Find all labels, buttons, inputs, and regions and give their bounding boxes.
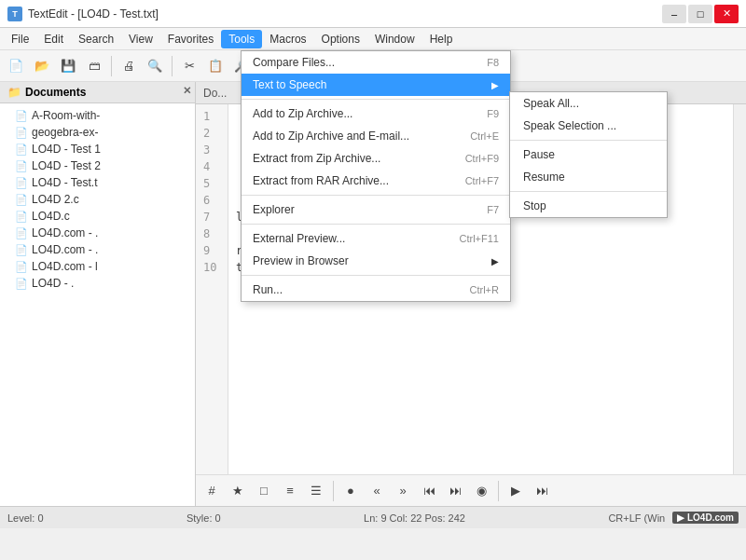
tools-sep-1 <box>242 99 510 100</box>
file-icon: 📄 <box>15 110 28 122</box>
list-item[interactable]: 📄 LO4D 2.c <box>0 191 195 208</box>
cut-button[interactable]: ✂ <box>177 54 201 78</box>
left-chevron-button[interactable]: « <box>365 479 389 503</box>
menu-add-zip-email[interactable]: Add to Zip Archive and E-mail... Ctrl+E <box>242 125 510 147</box>
add-zip-label: Add to Zip Archive... <box>253 107 352 120</box>
menu-explorer[interactable]: Explorer F7 <box>242 198 510 221</box>
tools-sep-4 <box>242 275 510 276</box>
menu-extract-zip[interactable]: Extract from Zip Archive... Ctrl+F9 <box>242 147 510 170</box>
file-name: LO4D 2.c <box>32 193 79 206</box>
menu-macros[interactable]: Macros <box>262 30 313 48</box>
sidebar-close-button[interactable]: ✕ <box>183 85 191 97</box>
tts-speak-all[interactable]: Speak All... <box>510 92 667 115</box>
extract-zip-shortcut: Ctrl+F9 <box>465 153 499 164</box>
list-item[interactable]: 📄 LO4D.com - . <box>0 241 195 258</box>
status-style: Style: 0 <box>186 512 221 524</box>
tab-label: Do... <box>203 87 227 100</box>
file-name: LO4D.com - . <box>32 243 98 256</box>
square-button[interactable]: □ <box>252 479 276 503</box>
scrollbar-right[interactable] <box>733 104 746 474</box>
copy-button[interactable]: 📋 <box>203 54 228 78</box>
right-chevron-button[interactable]: » <box>391 479 415 503</box>
menu-favorites[interactable]: Favorites <box>160 30 221 48</box>
close-button[interactable]: ✕ <box>714 5 739 23</box>
skip-end-button[interactable]: ⏭ <box>530 479 554 503</box>
file-name: LO4D.com - l <box>32 260 98 273</box>
menu-edit[interactable]: Edit <box>36 30 71 48</box>
file-icon: 📄 <box>15 127 28 139</box>
print-preview-button[interactable]: 🔍 <box>143 54 167 78</box>
line-numbers: 12345 678910 <box>196 104 228 474</box>
list-item[interactable]: 📄 geogebra-ex- <box>0 124 195 141</box>
indent-button[interactable]: ≡ <box>278 479 302 503</box>
fmt-sep-1 <box>333 481 334 501</box>
menu-run[interactable]: Run... Ctrl+R <box>242 279 510 301</box>
tb-separator-2 <box>172 56 173 76</box>
play-button[interactable]: ▶ <box>504 479 528 503</box>
minimize-button[interactable]: – <box>662 5 686 23</box>
tools-menu[interactable]: Compare Files... F8 Text to Speech ▶ Add… <box>241 50 511 302</box>
menu-window[interactable]: Window <box>367 30 422 48</box>
tts-speak-selection[interactable]: Speak Selection ... <box>510 115 667 137</box>
new-button[interactable]: 📄 <box>4 54 28 78</box>
list-button[interactable]: ☰ <box>304 479 328 503</box>
list-item[interactable]: 📄 LO4D - Test.t <box>0 174 195 191</box>
menu-file[interactable]: File <box>4 30 36 48</box>
list-item[interactable]: 📄 LO4D - Test 2 <box>0 157 195 174</box>
star-button[interactable]: ★ <box>226 479 250 503</box>
list-item[interactable]: 📄 LO4D.com - l <box>0 258 195 275</box>
menu-view[interactable]: View <box>121 30 160 48</box>
list-item[interactable]: 📄 LO4D.com - . <box>0 225 195 241</box>
title-bar: T TextEdit - [LO4D - Test.txt] – □ ✕ <box>0 0 746 28</box>
compare-files-shortcut: F8 <box>487 57 499 68</box>
compare-files-label: Compare Files... <box>253 56 335 69</box>
resume-label: Resume <box>523 171 565 184</box>
hash-button[interactable]: # <box>200 479 224 503</box>
list-item[interactable]: 📄 LO4D - . <box>0 275 195 292</box>
tts-stop[interactable]: Stop <box>510 195 667 217</box>
file-name: LO4D - Test.t <box>32 176 97 189</box>
dot-button[interactable]: ● <box>338 479 363 503</box>
menu-compare-files[interactable]: Compare Files... F8 <box>242 51 510 74</box>
save-all-button[interactable]: 🗃 <box>82 54 106 78</box>
file-name: LO4D - . <box>32 277 74 290</box>
list-item[interactable]: 📄 LO4D - Test 1 <box>0 141 195 157</box>
menu-extract-rar[interactable]: Extract from RAR Archive... Ctrl+F7 <box>242 170 510 192</box>
extract-rar-label: Extract from RAR Archive... <box>253 174 389 187</box>
step-fwd-button[interactable]: ⏭ <box>443 479 467 503</box>
preview-browser-label: Preview in Browser <box>253 254 349 267</box>
menu-add-zip[interactable]: Add to Zip Archive... F9 <box>242 102 510 125</box>
open-button[interactable]: 📂 <box>30 54 54 78</box>
maximize-button[interactable]: □ <box>688 5 712 23</box>
file-icon: 📄 <box>15 244 28 256</box>
speak-all-label: Speak All... <box>523 97 579 110</box>
file-name: A-Room-with- <box>32 109 100 122</box>
menu-options[interactable]: Options <box>314 30 367 48</box>
menu-text-to-speech[interactable]: Text to Speech ▶ <box>242 74 510 96</box>
list-item[interactable]: 📄 LO4D.c <box>0 208 195 225</box>
menu-tools[interactable]: Tools <box>221 30 262 48</box>
file-icon: 📄 <box>15 194 28 206</box>
tts-resume[interactable]: Resume <box>510 166 667 188</box>
file-icon: 📄 <box>15 143 28 156</box>
explorer-shortcut: F7 <box>487 204 499 215</box>
step-back-button[interactable]: ⏮ <box>417 479 441 503</box>
menu-search[interactable]: Search <box>71 30 121 48</box>
file-name: LO4D.com - . <box>32 226 98 239</box>
tts-sep-1 <box>510 140 667 141</box>
add-zip-email-label: Add to Zip Archive and E-mail... <box>253 130 409 143</box>
menu-external-preview[interactable]: External Preview... Ctrl+F11 <box>242 227 510 250</box>
sidebar-header: 📁 Documents ✕ <box>0 82 195 103</box>
status-position: Ln: 9 Col: 22 Pos: 242 <box>364 512 465 524</box>
save-button[interactable]: 💾 <box>56 54 80 78</box>
circle-button[interactable]: ◉ <box>469 479 493 503</box>
list-item[interactable]: 📄 A-Room-with- <box>0 107 195 124</box>
menu-help[interactable]: Help <box>422 30 461 48</box>
format-toolbar: # ★ □ ≡ ☰ ● « » ⏮ ⏭ ◉ ▶ ⏭ <box>196 474 746 506</box>
print-button[interactable]: 🖨 <box>117 54 141 78</box>
tts-submenu[interactable]: Speak All... Speak Selection ... Pause R… <box>509 91 668 218</box>
preview-browser-arrow-icon: ▶ <box>491 256 499 266</box>
tts-pause[interactable]: Pause <box>510 143 667 166</box>
pause-label: Pause <box>523 148 555 161</box>
menu-preview-browser[interactable]: Preview in Browser ▶ <box>242 250 510 272</box>
